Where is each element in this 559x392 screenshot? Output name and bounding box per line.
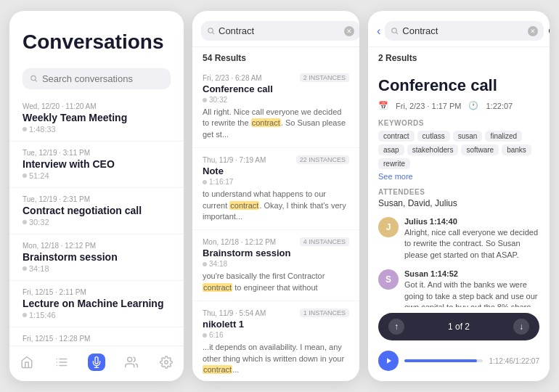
keyword-tag[interactable]: finalized	[485, 131, 522, 142]
conversation-duration: 1:48:33	[23, 125, 171, 134]
search-result-item[interactable]: Fri, 2/23 · 6:28 AM 2 INSTANCES Conferen…	[192, 66, 359, 148]
conversation-date: Tue, 12/19 · 3:11 PM	[23, 149, 171, 157]
keyword-tag[interactable]: cutlass	[417, 131, 450, 142]
search-input-container[interactable]: ✕	[201, 21, 359, 41]
nav-people-icon[interactable]	[123, 354, 140, 371]
svg-marker-16	[387, 358, 391, 364]
conversation-date: Fri, 12/15 · 2:11 PM	[23, 288, 171, 296]
clock-icon: 🕐	[468, 101, 478, 110]
instances-badge: 1 INSTANCES	[300, 309, 349, 317]
progress-fill	[404, 359, 477, 362]
conversation-item[interactable]: Fri, 12/15 · 2:11 PM Lecture on Machine …	[9, 281, 184, 327]
conversation-item[interactable]: Tue, 12/19 · 3:11 PM Interview with CEO …	[9, 142, 184, 188]
results-count: 54 Results	[192, 47, 359, 66]
detail-content: Conference call 📅 Fri, 2/23 · 1:17 PM 🕐 …	[368, 66, 550, 307]
see-more-button[interactable]: See more	[378, 172, 539, 181]
clear-detail-search-button[interactable]: ✕	[528, 26, 538, 36]
speaker-time: Julius 1:14:40	[404, 217, 539, 226]
conversations-title: Conversations	[23, 31, 171, 54]
clear-search-button[interactable]: ✕	[344, 26, 354, 36]
result-duration: 6:16	[203, 331, 349, 339]
conversation-duration: 51:24	[23, 171, 171, 180]
nav-list-icon[interactable]	[53, 354, 70, 371]
conversations-list: Wed, 12/20 · 11:20 AM Weekly Team Meetin…	[9, 95, 184, 346]
detail-search-input-container[interactable]: ✕	[385, 21, 544, 41]
detail-duration: 1:22:07	[486, 102, 513, 110]
search-result-item[interactable]: Mon, 12/18 · 12:12 PM 4 INSTANCES Brains…	[192, 230, 359, 301]
detail-search-header: ‹ ✕ Cancel	[368, 11, 550, 47]
nav-mic-icon[interactable]	[88, 354, 105, 371]
keyword-tag[interactable]: contract	[378, 131, 415, 142]
detail-search-input[interactable]	[402, 25, 524, 36]
svg-point-10	[128, 357, 132, 362]
speaker-avatar: S	[378, 269, 399, 290]
result-snippet: ...it depends on availability. I mean, a…	[203, 342, 349, 375]
conversation-title: Interview with CEO	[23, 158, 171, 170]
conversation-title: Contract negotiation call	[23, 205, 171, 216]
detail-results-count: 2 Results	[368, 47, 550, 66]
result-title: Conference call	[203, 83, 349, 94]
search-bar[interactable]	[23, 68, 171, 89]
conversation-duration: 1:15:46	[23, 311, 171, 319]
keyword-tag[interactable]: susan	[453, 131, 483, 142]
nav-home-icon[interactable]	[18, 354, 36, 371]
conversation-date: Tue, 12/19 · 2:31 PM	[23, 195, 171, 203]
keyword-tag[interactable]: banks	[502, 144, 531, 155]
search-icon-2	[207, 27, 215, 35]
bottom-navigation	[9, 346, 184, 381]
result-duration: 34:18	[203, 260, 349, 268]
conversation-duration: 30:32	[23, 218, 171, 226]
speaker-avatar: J	[378, 217, 399, 237]
search-result-item[interactable]: Thu, 11/9 · 7:19 AM 22 INSTANCES Note 1:…	[192, 148, 359, 230]
conversation-item[interactable]: Fri, 12/15 · 12:28 PM Quarterly business…	[9, 327, 184, 346]
keyword-tag[interactable]: rewrite	[378, 158, 410, 169]
detail-date: Fri, 2/23 · 1:17 PM	[396, 102, 461, 110]
result-title: Brainstorm session	[203, 248, 349, 258]
conversation-item[interactable]: Tue, 12/19 · 2:31 PM Contract negotiatio…	[9, 188, 184, 234]
keyword-tag[interactable]: asap	[378, 144, 404, 155]
instances-badge: 22 INSTANCES	[296, 155, 349, 164]
attendees-label: ATTENDEES	[378, 188, 539, 196]
detail-meta: 📅 Fri, 2/23 · 1:17 PM 🕐 1:22:07	[378, 101, 539, 110]
detail-cancel-button[interactable]: Cancel	[548, 25, 550, 36]
conversation-title: Weekly Team Meeting	[23, 112, 171, 123]
search-icon	[30, 74, 38, 83]
back-button[interactable]: ‹	[377, 25, 380, 38]
search-results-screen: ✕ Cancel 54 Results Fri, 2/23 · 6:28 AM …	[192, 11, 359, 381]
conversations-search-input[interactable]	[42, 73, 163, 84]
result-date: Fri, 2/23 · 6:28 AM	[203, 74, 262, 82]
transcript-body: Susan 1:14:52 Got it. And with the banks…	[404, 269, 539, 307]
results-list: Fri, 2/23 · 6:28 AM 2 INSTANCES Conferen…	[192, 66, 359, 381]
highlight-word: contract	[203, 283, 232, 292]
result-meta: Thu, 11/9 · 5:54 AM 1 INSTANCES	[203, 309, 349, 317]
result-meta: Thu, 11/9 · 7:19 AM 22 INSTANCES	[203, 155, 349, 164]
highlight-word: contract	[229, 201, 259, 210]
playback-time: 1:12:46/1:22:07	[489, 357, 539, 365]
highlight-word: contract	[251, 118, 281, 127]
transcript-text: Alright, nice call everyone we decided t…	[404, 227, 539, 261]
keyword-tag[interactable]: software	[461, 144, 499, 155]
instances-badge: 4 INSTANCES	[300, 237, 349, 246]
detail-screen: ‹ ✕ Cancel 2 Results Conference call 📅 F…	[368, 11, 550, 381]
result-duration: 30:32	[203, 96, 349, 104]
detail-title: Conference call	[378, 76, 539, 95]
result-meta: Mon, 12/18 · 12:12 PM 4 INSTANCES	[203, 237, 349, 246]
search-input-2[interactable]	[219, 25, 340, 36]
conversation-item[interactable]: Wed, 12/20 · 11:20 AM Weekly Team Meetin…	[9, 95, 184, 142]
nav-settings-icon[interactable]	[158, 354, 175, 371]
search-result-item[interactable]: Thu, 11/9 · 5:54 AM 1 INSTANCES nikolett…	[192, 301, 359, 381]
attendees-section: ATTENDEES Susan, David, Julius	[378, 188, 539, 208]
transcript-text: Got it. And with the banks we were going…	[404, 279, 539, 307]
progress-bar[interactable]	[404, 359, 483, 362]
keyword-tag[interactable]: stakeholders	[407, 144, 459, 155]
conversation-item[interactable]: Mon, 12/18 · 12:12 PM Brainstorm session…	[9, 234, 184, 281]
next-result-button[interactable]: ↓	[513, 319, 529, 335]
speaker-time: Susan 1:14:52	[404, 269, 539, 278]
play-button[interactable]	[378, 351, 399, 371]
pagination-text: 1 of 2	[448, 322, 470, 332]
result-duration: 1:16:17	[203, 178, 349, 186]
prev-result-button[interactable]: ↑	[388, 319, 404, 335]
svg-line-13	[213, 33, 214, 34]
result-date: Thu, 11/9 · 5:54 AM	[203, 309, 266, 317]
pagination-bar: ↑ 1 of 2 ↓	[378, 313, 539, 340]
